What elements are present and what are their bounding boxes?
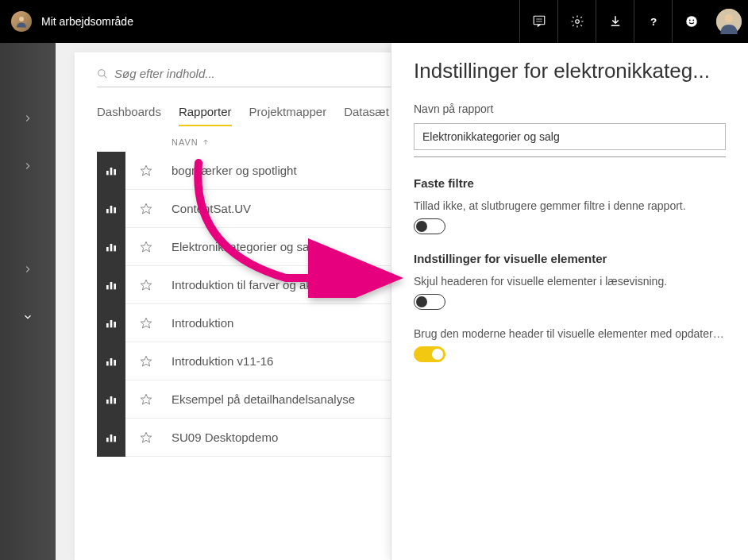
modern-header-toggle[interactable] bbox=[414, 346, 445, 362]
svg-rect-42 bbox=[110, 434, 113, 442]
settings-icon[interactable] bbox=[557, 0, 596, 43]
svg-point-10 bbox=[725, 14, 734, 23]
topbar: Mit arbejdsområde ? bbox=[0, 0, 748, 43]
workspace-title: Mit arbejdsområde bbox=[41, 15, 133, 28]
svg-rect-37 bbox=[106, 400, 109, 404]
report-icon bbox=[97, 190, 125, 228]
filters-toggle[interactable] bbox=[414, 218, 445, 234]
notifications-icon[interactable] bbox=[519, 0, 557, 43]
report-icon bbox=[97, 266, 125, 304]
svg-rect-25 bbox=[106, 285, 109, 289]
report-name-label: Navn på rapport bbox=[414, 102, 726, 115]
sidebar-nav-3[interactable] bbox=[8, 249, 48, 289]
svg-rect-22 bbox=[110, 244, 113, 251]
favorite-star[interactable] bbox=[140, 317, 152, 330]
sidebar-nav-4[interactable] bbox=[8, 297, 48, 337]
report-name: SU09 Desktopdemo bbox=[172, 431, 278, 444]
report-icon bbox=[97, 380, 125, 419]
report-name: ContentSat.UV bbox=[172, 202, 251, 215]
svg-rect-14 bbox=[110, 168, 113, 175]
svg-marker-28 bbox=[141, 280, 151, 290]
svg-rect-39 bbox=[114, 398, 116, 404]
tab-dashboards[interactable]: Dashboards bbox=[97, 105, 161, 126]
search-icon bbox=[97, 68, 108, 79]
favorite-star[interactable] bbox=[140, 203, 152, 215]
svg-rect-38 bbox=[110, 396, 113, 404]
download-icon[interactable] bbox=[596, 0, 634, 43]
sidebar-nav-1[interactable] bbox=[8, 98, 48, 138]
svg-marker-40 bbox=[141, 394, 151, 404]
sidebar bbox=[0, 43, 56, 560]
svg-marker-20 bbox=[141, 203, 151, 214]
svg-marker-16 bbox=[141, 165, 151, 176]
svg-rect-34 bbox=[110, 358, 113, 365]
report-icon bbox=[97, 342, 125, 380]
report-name: Elektronikkategorier og salg bbox=[172, 240, 318, 253]
svg-point-11 bbox=[98, 69, 105, 75]
svg-marker-24 bbox=[141, 241, 151, 252]
svg-rect-13 bbox=[106, 171, 109, 175]
svg-rect-17 bbox=[106, 209, 109, 213]
svg-rect-19 bbox=[114, 207, 116, 213]
svg-text:?: ? bbox=[650, 16, 656, 28]
feedback-icon[interactable] bbox=[672, 0, 710, 43]
report-name-input[interactable] bbox=[414, 123, 726, 150]
svg-rect-41 bbox=[106, 438, 109, 442]
pane-title: Indstillinger for elektronikkateg... bbox=[414, 59, 726, 83]
settings-pane: Indstillinger for elektronikkateg... Nav… bbox=[391, 43, 748, 560]
report-icon bbox=[97, 152, 125, 190]
favorite-star[interactable] bbox=[140, 355, 152, 368]
tab-reports[interactable]: Rapporter bbox=[179, 105, 232, 126]
workspace-avatar bbox=[11, 11, 32, 32]
user-avatar[interactable] bbox=[716, 9, 742, 34]
hide-header-toggle[interactable] bbox=[414, 294, 445, 310]
report-icon bbox=[97, 228, 125, 266]
favorite-star[interactable] bbox=[140, 241, 152, 253]
svg-rect-31 bbox=[114, 322, 116, 327]
sort-asc-icon bbox=[202, 138, 210, 146]
sidebar-nav-2[interactable] bbox=[8, 146, 48, 186]
report-icon bbox=[97, 304, 125, 342]
visuals-modern-header-text: Brug den moderne header til visuelle ele… bbox=[414, 327, 726, 340]
svg-rect-29 bbox=[106, 323, 109, 327]
column-name-label: NAVN bbox=[172, 137, 199, 147]
favorite-star[interactable] bbox=[140, 164, 152, 177]
svg-rect-35 bbox=[114, 360, 116, 365]
svg-rect-33 bbox=[106, 361, 109, 365]
favorite-star[interactable] bbox=[140, 393, 152, 406]
filters-description: Tillad ikke, at slutbrugere gemmer filtr… bbox=[414, 199, 726, 212]
svg-rect-1 bbox=[534, 16, 545, 25]
svg-rect-18 bbox=[110, 206, 113, 213]
report-name: Introduktion v11-16 bbox=[172, 354, 273, 368]
svg-rect-21 bbox=[106, 247, 109, 251]
svg-rect-23 bbox=[114, 245, 116, 251]
svg-point-8 bbox=[692, 20, 694, 21]
svg-line-12 bbox=[104, 75, 107, 78]
svg-point-0 bbox=[19, 17, 24, 21]
visuals-hide-header-text: Skjul headeren for visuelle elementer i … bbox=[414, 275, 726, 288]
filters-heading: Faste filtre bbox=[414, 176, 726, 190]
svg-point-4 bbox=[575, 20, 579, 24]
svg-point-6 bbox=[686, 16, 697, 27]
report-name: Eksempel på detailhandelsanalyse bbox=[172, 392, 355, 406]
help-icon[interactable]: ? bbox=[634, 0, 672, 43]
svg-point-7 bbox=[688, 20, 690, 21]
svg-rect-43 bbox=[114, 436, 116, 442]
tab-datasets[interactable]: Datasæt bbox=[344, 105, 389, 126]
svg-rect-27 bbox=[114, 284, 116, 289]
svg-marker-36 bbox=[141, 356, 151, 366]
report-icon bbox=[97, 419, 125, 457]
tab-workbooks[interactable]: Projektmapper bbox=[249, 105, 327, 126]
svg-rect-30 bbox=[110, 320, 113, 327]
favorite-star[interactable] bbox=[140, 431, 152, 444]
svg-marker-32 bbox=[141, 318, 151, 328]
report-name: bogmærker og spotlight bbox=[172, 164, 297, 177]
divider bbox=[414, 156, 726, 157]
svg-rect-26 bbox=[110, 282, 113, 289]
visuals-heading: Indstillinger for visuelle elementer bbox=[414, 252, 726, 265]
favorite-star[interactable] bbox=[140, 279, 152, 292]
svg-rect-15 bbox=[114, 169, 116, 175]
svg-marker-44 bbox=[141, 432, 151, 442]
report-name: Introduktion til farver og akser bbox=[172, 278, 329, 292]
report-name: Introduktion bbox=[172, 316, 233, 330]
